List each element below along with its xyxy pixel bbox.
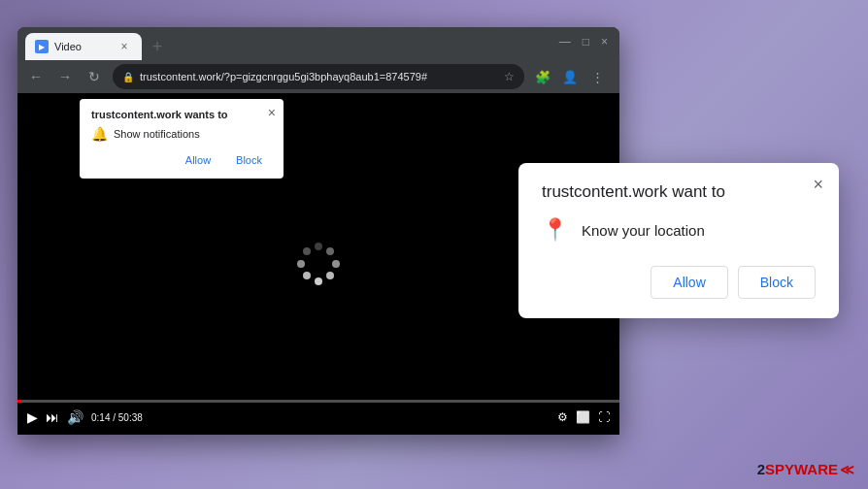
play-button[interactable]: ▶ (27, 409, 38, 425)
close-window-button[interactable]: × (601, 35, 608, 49)
lock-icon: 🔒 (122, 72, 134, 82)
profile-icon[interactable]: 👤 (559, 66, 581, 87)
small-notification-popup: × trustcontent.work wants to 🔔 Show noti… (80, 99, 284, 179)
right-controls: ⚙ ⬜ ⛶ (557, 410, 610, 424)
new-tab-button[interactable]: + (146, 35, 169, 58)
bookmark-icon: ☆ (504, 70, 515, 83)
address-bar-row: ← → ↻ 🔒 trustcontent.work/?p=gizgcnrggu5… (17, 60, 619, 93)
small-notif-close-button[interactable]: × (268, 105, 276, 120)
small-notif-buttons: Allow Block (91, 151, 272, 169)
theater-button[interactable]: ⬜ (576, 410, 590, 424)
small-block-button[interactable]: Block (226, 151, 272, 169)
forward-button[interactable]: → (54, 66, 76, 87)
large-notif-body: 📍 Know your location (542, 217, 816, 243)
address-bar[interactable]: 🔒 trustcontent.work/?p=gizgcnrggu5gi3bph… (113, 64, 524, 89)
small-notif-title: trustcontent.work wants to (91, 109, 272, 120)
time-display: 0:14 / 50:38 (91, 412, 143, 423)
small-allow-button[interactable]: Allow (176, 151, 220, 169)
loading-spinner (297, 243, 340, 285)
back-button[interactable]: ← (25, 66, 47, 87)
small-notif-body: 🔔 Show notifications (91, 126, 272, 142)
browser-tab[interactable]: ▶ Video × (25, 33, 142, 60)
tab-favicon: ▶ (35, 40, 49, 53)
browser-chrome: ▶ Video × + — □ × ← → ↻ 🔒 trustcontent.w… (17, 27, 619, 93)
settings-button[interactable]: ⚙ (557, 410, 568, 424)
small-notif-bell-icon: 🔔 (91, 126, 108, 142)
browser-actions: 🧩 👤 ⋮ (532, 66, 612, 87)
watermark-chevron-icon: ≪ (840, 462, 854, 477)
watermark-number: 2 (757, 461, 765, 477)
watermark-brand: SPYWARE (765, 461, 838, 477)
minimize-button[interactable]: — (559, 35, 571, 49)
maximize-button[interactable]: □ (583, 35, 589, 49)
large-notif-close-button[interactable]: × (813, 175, 823, 195)
video-controls-bar: ▶ ⏭ 🔊 0:14 / 50:38 ⚙ ⬜ ⛶ (17, 400, 619, 435)
tab-close-button[interactable]: × (117, 39, 132, 54)
tab-bar: ▶ Video × + — □ × (17, 27, 619, 60)
address-url: trustcontent.work/?p=gizgcnrggu5gi3bphay… (140, 71, 498, 82)
tab-label: Video (54, 41, 111, 52)
watermark: 2SPYWARE ≪ (757, 461, 854, 477)
extension-icon[interactable]: 🧩 (532, 66, 553, 87)
progress-bar[interactable] (17, 400, 619, 403)
large-notification-popup: × trustcontent.work want to 📍 Know your … (518, 163, 839, 318)
volume-button[interactable]: 🔊 (67, 409, 83, 425)
location-icon: 📍 (542, 217, 568, 243)
progress-fill (17, 400, 20, 403)
large-notif-title: trustcontent.work want to (542, 182, 816, 202)
watermark-text: 2SPYWARE (757, 461, 838, 477)
large-notif-buttons: Allow Block (542, 266, 816, 299)
fullscreen-button[interactable]: ⛶ (598, 410, 610, 424)
refresh-button[interactable]: ↻ (83, 66, 105, 87)
skip-button[interactable]: ⏭ (46, 409, 59, 425)
large-block-button[interactable]: Block (738, 266, 816, 299)
small-notif-text: Show notifications (114, 128, 200, 140)
large-notif-text: Know your location (582, 222, 705, 239)
menu-icon[interactable]: ⋮ (586, 66, 608, 87)
window-controls: — □ × (559, 35, 608, 49)
large-allow-button[interactable]: Allow (651, 266, 727, 299)
